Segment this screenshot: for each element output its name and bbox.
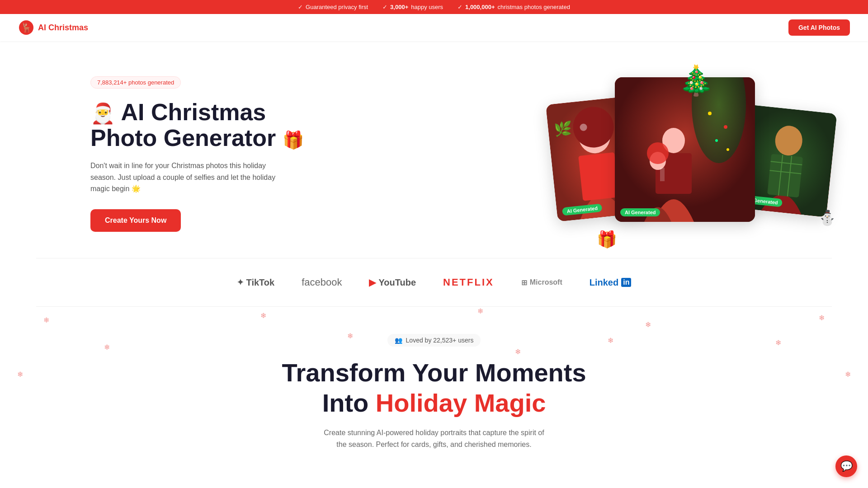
navbar: 🦌 AI Christmas Get AI Photos bbox=[0, 14, 868, 41]
logo-icon: 🦌 bbox=[18, 19, 34, 36]
youtube-label: YouTube bbox=[378, 277, 416, 288]
brand-facebook: facebook bbox=[302, 277, 342, 288]
brand-youtube: ▶ YouTube bbox=[369, 277, 416, 288]
wreath-decoration: 🎄 bbox=[678, 64, 714, 98]
svg-point-10 bbox=[724, 125, 727, 129]
snowflake-6: ❄ bbox=[775, 338, 781, 347]
svg-point-12 bbox=[726, 148, 729, 151]
loved-text: Loved by 22,523+ users bbox=[406, 337, 474, 344]
banner-privacy-text: Guaranteed privacy first bbox=[306, 4, 368, 10]
snowflake-11: ❄ bbox=[477, 307, 483, 315]
snowflake-1: ❄ bbox=[43, 316, 49, 324]
snowflake-10: ❄ bbox=[845, 370, 851, 379]
snowflake-12: ❄ bbox=[608, 336, 613, 345]
top-banner: ✓ Guaranteed privacy first ✓ 3,000+ happ… bbox=[0, 0, 868, 14]
transform-title: Transform Your Moments Into Holiday Magi… bbox=[72, 357, 796, 418]
ai-badge-main: AI Generated bbox=[620, 208, 660, 216]
banner-photos-count: 1,000,000+ bbox=[465, 4, 495, 10]
snowflake-9: ❄ bbox=[17, 370, 23, 379]
logo[interactable]: 🦌 AI Christmas bbox=[18, 19, 88, 36]
logo-text: AI Christmas bbox=[38, 23, 88, 33]
banner-users: ✓ 3,000+ happy users bbox=[382, 4, 443, 10]
star-decoration: ⛄ bbox=[818, 209, 836, 226]
snowflake-5: ❄ bbox=[819, 314, 825, 322]
svg-rect-19 bbox=[767, 154, 803, 197]
transform-description: Create stunning AI-powered holiday portr… bbox=[321, 427, 547, 450]
brand-linkedin: Linkedin bbox=[590, 277, 632, 288]
check-icon-3: ✓ bbox=[458, 4, 462, 10]
hero-title-line2: Photo Generator bbox=[90, 125, 276, 151]
transform-holiday-magic: Holiday Magic bbox=[376, 389, 546, 417]
photo-card-family: AI Generated bbox=[615, 77, 755, 222]
svg-point-16 bbox=[647, 142, 669, 164]
check-icon-1: ✓ bbox=[298, 4, 303, 10]
family-silhouette bbox=[615, 77, 755, 222]
hero-images: 🎄 🌿 AI Generated bbox=[552, 50, 832, 253]
linkedin-in: in bbox=[621, 278, 631, 287]
gift-emoji: 🎁 bbox=[283, 131, 304, 150]
hero-description: Don't wait in line for your Christmas ph… bbox=[90, 160, 280, 195]
hero-title-line1: AI Christmas bbox=[121, 99, 266, 125]
photos-badge: 7,883,214+ photos generated bbox=[90, 76, 181, 89]
holly-decoration: 🌿 bbox=[554, 120, 572, 137]
facebook-label: facebook bbox=[302, 277, 342, 288]
hero-title: 🎅 AI Christmas Photo Generator 🎁 bbox=[90, 99, 326, 151]
banner-photos: ✓ 1,000,000+ christmas photos generated bbox=[458, 4, 570, 10]
bottom-section: ❄ ❄ ❄ ❄ ❄ ❄ ❄ ❄ ❄ ❄ ❄ ❄ 👥 Loved by 22,52… bbox=[0, 307, 868, 469]
microsoft-label: Microsoft bbox=[530, 278, 562, 286]
check-icon-2: ✓ bbox=[382, 4, 387, 10]
brand-netflix: NETFLIX bbox=[443, 277, 494, 288]
create-yours-now-button[interactable]: Create Yours Now bbox=[90, 209, 181, 232]
svg-point-11 bbox=[715, 139, 718, 142]
tiktok-label: TikTok bbox=[246, 277, 275, 288]
hero-left: 7,883,214+ photos generated 🎅 AI Christm… bbox=[90, 76, 326, 232]
snowflake-3: ❄ bbox=[260, 311, 266, 320]
gift-bottom-decoration: 🎁 bbox=[597, 230, 617, 249]
snowflake-4: ❄ bbox=[347, 332, 353, 340]
snowflake-7: ❄ bbox=[645, 320, 651, 329]
transform-line1: Transform Your Moments bbox=[282, 358, 586, 387]
hero-section: 7,883,214+ photos generated 🎅 AI Christm… bbox=[0, 41, 868, 258]
tiktok-icon: ✦ bbox=[237, 277, 244, 287]
microsoft-icon: ⊞ bbox=[521, 278, 527, 287]
chat-icon: 💬 bbox=[840, 460, 853, 469]
snowflake-8: ❄ bbox=[515, 347, 521, 356]
svg-text:🦌: 🦌 bbox=[21, 22, 32, 33]
photo-family-bg bbox=[615, 77, 755, 222]
brand-tiktok: ✦ TikTok bbox=[237, 277, 275, 288]
banner-photos-text: christmas photos generated bbox=[497, 4, 570, 10]
santa-emoji: 🎅 bbox=[90, 102, 115, 124]
get-ai-photos-button[interactable]: Get AI Photos bbox=[788, 19, 850, 36]
users-icon: 👥 bbox=[395, 337, 402, 344]
loved-badge: 👥 Loved by 22,523+ users bbox=[387, 334, 481, 347]
netflix-label: NETFLIX bbox=[443, 277, 494, 288]
snowflake-2: ❄ bbox=[104, 343, 110, 352]
linkedin-label: Linked bbox=[590, 277, 618, 288]
brand-microsoft: ⊞ Microsoft bbox=[521, 278, 562, 287]
svg-rect-5 bbox=[578, 152, 619, 201]
svg-point-9 bbox=[708, 112, 712, 115]
transform-into: Into bbox=[322, 389, 369, 417]
banner-privacy: ✓ Guaranteed privacy first bbox=[298, 4, 368, 10]
banner-users-count: 3,000+ bbox=[390, 4, 408, 10]
brands-section: ✦ TikTok facebook ▶ YouTube NETFLIX ⊞ Mi… bbox=[36, 258, 832, 307]
youtube-icon: ▶ bbox=[369, 277, 376, 288]
banner-users-text: happy users bbox=[411, 4, 443, 10]
